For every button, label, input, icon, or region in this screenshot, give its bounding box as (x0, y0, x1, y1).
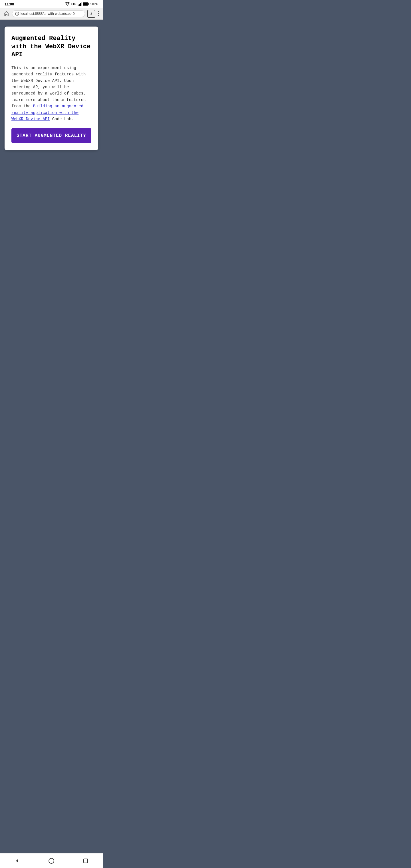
wifi-icon (65, 2, 70, 6)
back-icon (14, 858, 20, 862)
nav-home-button[interactable] (46, 856, 57, 862)
battery-icon (83, 2, 89, 6)
svg-rect-6 (83, 3, 88, 5)
battery-label: 100% (90, 2, 98, 6)
menu-dot-1 (98, 11, 99, 12)
info-icon (15, 12, 19, 16)
url-bar[interactable]: localhost:8888/ar-with-webxr/step-0 (12, 10, 85, 17)
start-ar-button[interactable]: START AUGMENTED REALITY (11, 128, 91, 143)
nav-back-button[interactable] (12, 856, 22, 862)
bottom-navigation (0, 853, 103, 862)
browser-chrome: localhost:8888/ar-with-webxr/step-0 3 (0, 8, 103, 20)
description-text-part2: Code Lab. (50, 117, 74, 121)
lte-label: LTE (71, 2, 76, 6)
tabs-button[interactable]: 3 (87, 10, 95, 18)
svg-point-11 (49, 858, 54, 862)
description-text-part1: This is an experiment using augmented re… (11, 66, 86, 108)
tab-count: 3 (91, 12, 92, 16)
main-card: Augmented Reality with the WebXR Device … (5, 27, 98, 150)
svg-rect-3 (81, 2, 82, 6)
card-description: This is an experiment using augmented re… (11, 65, 91, 123)
svg-rect-12 (84, 859, 88, 862)
signal-icon (77, 2, 82, 6)
nav-home-icon (48, 858, 55, 862)
svg-rect-2 (80, 3, 81, 6)
menu-dot-3 (98, 15, 99, 16)
svg-point-9 (17, 12, 18, 13)
status-time: 11:00 (5, 2, 14, 6)
browser-home-button[interactable] (3, 10, 10, 17)
status-icons: LTE 100% (65, 2, 98, 6)
url-text: localhost:8888/ar-with-webxr/step-0 (21, 12, 74, 16)
browser-menu-button[interactable] (98, 10, 100, 18)
svg-marker-10 (16, 859, 18, 862)
nav-recents-button[interactable] (81, 856, 91, 862)
card-title: Augmented Reality with the WebXR Device … (11, 35, 91, 59)
status-bar: 11:00 LTE 100% (0, 0, 103, 8)
home-icon (3, 11, 9, 17)
menu-dot-2 (98, 13, 99, 14)
recents-icon (83, 858, 88, 862)
svg-rect-1 (79, 4, 80, 6)
svg-rect-0 (77, 5, 78, 6)
page-content: Augmented Reality with the WebXR Device … (0, 20, 103, 862)
svg-rect-5 (88, 3, 89, 5)
